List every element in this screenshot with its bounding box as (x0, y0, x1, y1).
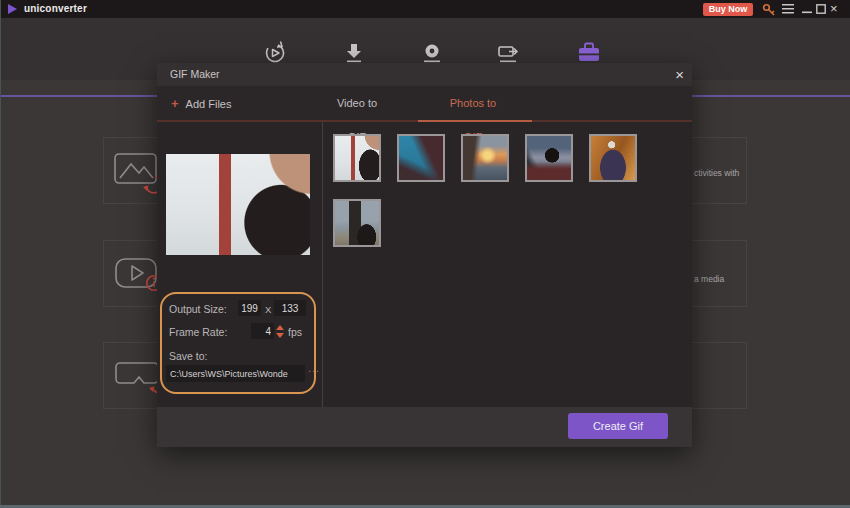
output-size-label: Output Size: (169, 303, 227, 315)
save-path-input[interactable] (166, 365, 305, 382)
dialog-close-icon[interactable]: × (675, 63, 684, 86)
photo-thumbnail-6[interactable] (333, 199, 381, 247)
add-files-label: Add Files (186, 98, 232, 110)
size-separator: X (265, 304, 271, 315)
menu-icon[interactable] (782, 4, 794, 14)
tab-video-to-gif[interactable]: Video to GIF (327, 86, 387, 120)
photo-thumbnail-1[interactable] (333, 134, 381, 182)
output-width-input[interactable] (238, 300, 261, 316)
close-icon[interactable]: × (830, 0, 838, 18)
add-files-button[interactable]: +Add Files (171, 86, 231, 120)
frame-rate-label: Frame Rate: (169, 326, 227, 338)
fps-unit-label: fps (288, 326, 302, 338)
window-edge-left (0, 0, 1, 508)
card-description-fragment: a media (694, 274, 744, 284)
maximize-icon[interactable] (816, 4, 826, 14)
save-to-label: Save to: (169, 350, 208, 362)
dialog-tabbar (157, 86, 692, 120)
frame-rate-input[interactable] (251, 323, 274, 339)
buy-now-button[interactable]: Buy Now (703, 3, 753, 16)
preview-image (166, 154, 310, 255)
app-name: uniconverter (24, 3, 87, 14)
output-height-input[interactable] (274, 300, 306, 316)
photo-thumbnail-4[interactable] (525, 134, 573, 182)
dialog-header: GIF Maker × (157, 63, 692, 86)
app-logo-icon (8, 4, 17, 14)
frame-rate-stepper[interactable] (276, 325, 284, 338)
photo-thumbnail-5[interactable] (589, 134, 637, 182)
card-description-fragment: ctivities with (694, 168, 744, 178)
photo-thumbnail-3[interactable] (461, 134, 509, 182)
uniconverter-window: uniconverter Buy Now × Convert (0, 0, 850, 508)
gif-maker-dialog: GIF Maker × +Add Files Video to GIF Phot… (157, 63, 692, 447)
photo-thumbnail-2[interactable] (397, 134, 445, 182)
register-key-icon[interactable] (762, 3, 776, 16)
create-gif-button[interactable]: Create Gif (568, 413, 668, 439)
dialog-title: GIF Maker (170, 63, 220, 86)
browse-button[interactable]: ... (308, 362, 320, 374)
panel-divider (322, 122, 323, 407)
stepper-down-icon[interactable] (276, 333, 284, 338)
titlebar: uniconverter Buy Now × (0, 0, 850, 18)
tab-photos-to-gif[interactable]: Photos to GIF (440, 86, 506, 120)
minimize-icon[interactable] (802, 4, 812, 14)
stepper-up-icon[interactable] (276, 325, 284, 330)
active-tab-indicator (418, 120, 532, 122)
plus-icon: + (171, 96, 179, 111)
